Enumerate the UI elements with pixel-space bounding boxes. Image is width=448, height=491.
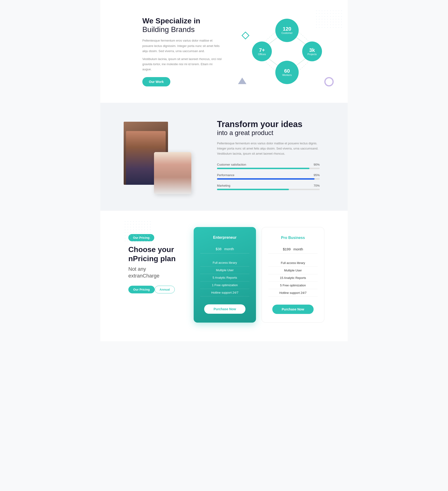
card-divider-1 xyxy=(200,253,249,254)
transform-para: Pellentesque fermentum eros varius dolor… xyxy=(217,141,320,156)
purchase-button-enterpreneur[interactable]: Purchase Now xyxy=(204,304,245,314)
transform-section: Transform your ideas into a great produc… xyxy=(100,103,348,211)
triangle-decoration xyxy=(238,77,247,84)
toggle-our-pricing[interactable]: Our Pricing xyxy=(128,286,155,293)
progress-bar-bg-performance xyxy=(217,178,320,180)
feature-1-4: 1 Free optimization xyxy=(200,282,249,289)
progress-item-marketing: Marketing 70% xyxy=(217,184,320,190)
progress-item-satisfaction: Customer satisfaction 90% xyxy=(217,163,320,169)
stat-offices: 7+ Offices xyxy=(252,42,272,61)
progress-pct-marketing: 70% xyxy=(314,184,320,187)
stat-projects: 3k Projects xyxy=(302,42,322,61)
stat-customer-num: 120 xyxy=(283,26,292,31)
progress-section: Customer satisfaction 90% Performance 95… xyxy=(217,163,320,190)
specialize-text: We Specialize in Building Brands Pellent… xyxy=(142,16,222,86)
price-value-probusiness: $199 xyxy=(283,247,291,251)
dots-decoration-pricing xyxy=(124,220,152,243)
transform-content: Transform your ideas into a great produc… xyxy=(217,119,320,194)
stats-diagram: 120 Customer 7+ Offices 3k Projects 60 W… xyxy=(236,14,338,89)
features-list-probusiness: Full access library Multiple User 15 Ana… xyxy=(268,259,318,297)
pricing-toggle[interactable]: Our Pricing Annual xyxy=(128,286,184,293)
transform-headline1: Transform your ideas xyxy=(217,119,320,129)
progress-item-performance: Performance 95% xyxy=(217,173,320,180)
stat-projects-num: 3k xyxy=(309,47,315,53)
plan-price-probusiness: $199 month xyxy=(268,242,318,252)
progress-bar-fill-satisfaction xyxy=(217,168,309,169)
diamond-decoration xyxy=(241,31,249,39)
image-secondary xyxy=(154,152,191,194)
feature-2-1: Full access library xyxy=(268,259,318,267)
feature-2-2: Multiple User xyxy=(268,267,318,274)
circle-decoration xyxy=(324,77,334,86)
pricing-subtext: Not anyextranCharge xyxy=(128,266,184,279)
feature-2-5: Hotline support 24/7 xyxy=(268,289,318,297)
transform-headline2: into a great product xyxy=(217,129,320,137)
pricing-card-probusiness: Pro Business $199 month Full access libr… xyxy=(262,227,324,322)
purchase-button-probusiness[interactable]: Purchase Now xyxy=(272,305,313,314)
plan-price-enterpreneur: $38 month xyxy=(200,242,249,252)
progress-header-marketing: Marketing 70% xyxy=(217,184,320,187)
progress-label-marketing: Marketing xyxy=(217,184,230,187)
card-divider-2 xyxy=(268,254,318,254)
stat-customer: 120 Customer xyxy=(275,19,299,42)
stat-projects-label: Projects xyxy=(308,53,317,55)
pricing-section: Our Pricing Choose yournPricing plan Not… xyxy=(100,211,348,341)
toggle-annual[interactable]: Annual xyxy=(155,286,175,293)
stat-workers: 60 Workers xyxy=(275,61,299,84)
specialize-section: We Specialize in Building Brands Pellent… xyxy=(100,0,348,103)
specialize-para1: Pellentesque fermentum eros varius dolor… xyxy=(142,38,222,54)
feature-1-5: Hotline support 24/7 xyxy=(200,289,249,296)
plan-name-enterpreneur: Enterpreneur xyxy=(200,236,249,240)
pricing-headline: Choose yournPricing plan xyxy=(128,245,184,263)
price-period-enterpreneur: month xyxy=(224,247,234,251)
feature-2-4: 5 Free optimization xyxy=(268,282,318,289)
feature-1-1: Full access library xyxy=(200,259,249,266)
feature-1-3: 5 Analytic Reports xyxy=(200,274,249,282)
specialize-headline2: Building Brands xyxy=(142,25,222,34)
dots-decoration-tr xyxy=(315,9,343,28)
stat-offices-label: Offices xyxy=(258,53,266,55)
progress-label-performance: Performance xyxy=(217,173,234,177)
pricing-card-enterpreneur: Enterpreneur $38 month Full access libra… xyxy=(194,227,256,322)
progress-pct-satisfaction: 90% xyxy=(314,163,320,166)
progress-bar-bg-satisfaction xyxy=(217,168,320,169)
progress-bar-bg-marketing xyxy=(217,189,320,190)
price-value-enterpreneur: $38 xyxy=(216,247,221,251)
stat-offices-num: 7+ xyxy=(259,47,265,53)
feature-1-2: Multiple User xyxy=(200,266,249,274)
plan-name-probusiness: Pro Business xyxy=(268,236,318,240)
progress-header-satisfaction: Customer satisfaction 90% xyxy=(217,163,320,166)
our-work-button[interactable]: Our Work xyxy=(142,77,170,86)
stat-workers-label: Workers xyxy=(282,74,292,76)
person-secondary-silhouette xyxy=(154,152,191,194)
feature-2-3: 15 Analytic Reports xyxy=(268,274,318,282)
price-period-probusiness: month xyxy=(293,247,303,251)
progress-header-performance: Performance 95% xyxy=(217,173,320,177)
progress-pct-performance: 95% xyxy=(314,173,320,177)
features-list-enterpreneur: Full access library Multiple User 5 Anal… xyxy=(200,259,249,296)
stat-customer-label: Customer xyxy=(281,31,293,34)
transform-images xyxy=(124,122,198,192)
progress-label-satisfaction: Customer satisfaction xyxy=(217,163,246,166)
specialize-headline1: We Specialize in xyxy=(142,16,222,25)
specialize-para2: Vestibulum lacinia, ipsum sit amet laore… xyxy=(142,57,222,72)
pricing-left: Our Pricing Choose yournPricing plan Not… xyxy=(128,227,184,293)
stat-workers-num: 60 xyxy=(284,68,290,74)
diamond-container: 120 Customer 7+ Offices 3k Projects 60 W… xyxy=(252,19,322,84)
progress-bar-fill-performance xyxy=(217,178,315,180)
pricing-cards: Enterpreneur $38 month Full access libra… xyxy=(194,227,324,322)
progress-bar-fill-marketing xyxy=(217,189,289,190)
